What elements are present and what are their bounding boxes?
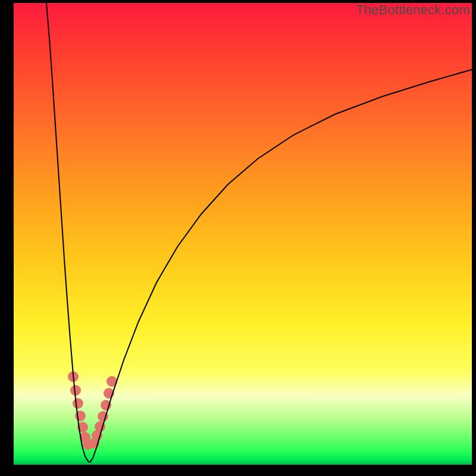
curve-layer (14, 3, 472, 465)
threshold-markers (68, 371, 117, 450)
right-branch-line (90, 70, 472, 462)
chart-frame: TheBottleneck.com (0, 0, 476, 476)
left-branch-line (46, 3, 90, 462)
watermark-text: TheBottleneck.com (356, 2, 470, 18)
threshold-blob (73, 398, 83, 409)
